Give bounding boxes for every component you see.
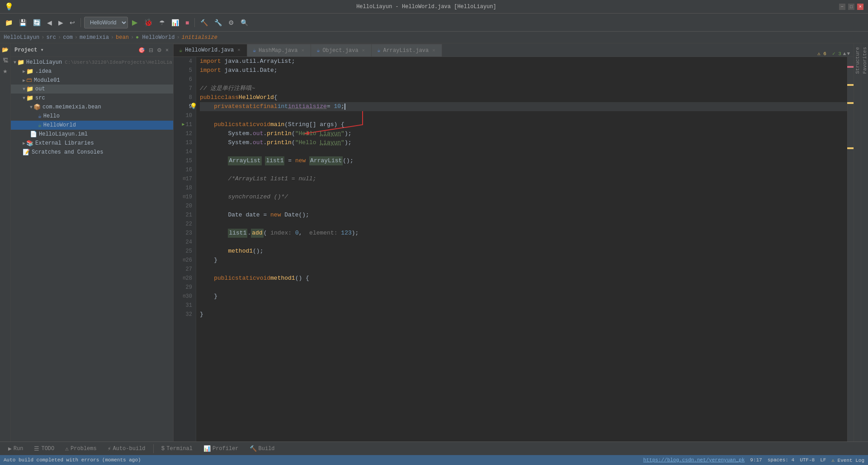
breadcrumb-helloworld[interactable]: ● HelloWorld xyxy=(136,34,175,41)
build-button[interactable]: 🔨 xyxy=(198,18,210,28)
tree-arrow-extlibs: ▶ xyxy=(23,141,25,146)
tab-helloworld[interactable]: ☕ HelloWorld.java × xyxy=(174,44,247,56)
toolbar-save-btn[interactable]: 💾 xyxy=(17,18,29,28)
code-line-30: } xyxy=(200,292,847,301)
tab-close-object[interactable]: × xyxy=(361,48,366,53)
tree-arrow-src: ▼ xyxy=(23,96,25,101)
tree-item-out[interactable]: ▼ 📁 out xyxy=(11,85,173,94)
structure-tool-btn[interactable]: 🏗 xyxy=(1,56,10,65)
project-tree: ▼ 📁 HelloLiayun C:\Users\32120\IdeaProje… xyxy=(11,57,173,442)
sdk-button[interactable]: 🔧 xyxy=(212,18,224,28)
search-button[interactable]: 🔍 xyxy=(238,18,250,28)
sidebar-collapse-btn[interactable]: ⊟ xyxy=(148,46,154,54)
tree-item-src[interactable]: ▼ 📁 src xyxy=(11,94,173,103)
code-editor[interactable]: 4 5 6 7 8 9 10 ▶11 12 13 14 15 16 xyxy=(174,57,854,442)
tab-close-hashmap[interactable]: × xyxy=(301,48,306,53)
sidebar-header: Project ▾ 🎯 ⊟ ⚙ × xyxy=(11,43,173,57)
bottom-tab-problems[interactable]: ⚠ Problems xyxy=(61,443,101,454)
tab-bar: ☕ HelloWorld.java × ☕ HashMap.java × ☕ O… xyxy=(174,43,854,57)
tree-item-iml[interactable]: 📄 HelloLiayun.iml xyxy=(11,130,173,139)
tab-hashmap[interactable]: ☕ HashMap.java × xyxy=(247,44,311,56)
favorites-tool-btn[interactable]: ★ xyxy=(1,67,10,76)
breadcrumb-bean[interactable]: bean xyxy=(116,34,129,41)
tree-item-module01[interactable]: ▶ 🗃 Module01 xyxy=(11,76,173,85)
stop-button[interactable]: ■ xyxy=(183,18,191,28)
ln-11: ▶11 xyxy=(174,120,192,129)
project-sidebar: Project ▾ 🎯 ⊟ ⚙ × ▼ 📁 HelloLiayun C:\Use… xyxy=(11,43,174,442)
tree-item-hello[interactable]: ☕ Hello xyxy=(11,112,173,121)
bottom-tab-profiler[interactable]: 📊 Profiler xyxy=(199,443,243,454)
breadcrumb-com[interactable]: com xyxy=(63,34,73,41)
ln-18: 18 xyxy=(174,183,192,193)
tab-close-helloworld[interactable]: × xyxy=(236,47,241,53)
breadcrumb-project[interactable]: HelloLiayun xyxy=(4,34,39,41)
tree-item-idea[interactable]: ▶ 📁 .idea xyxy=(11,67,173,76)
tab-icon-object: ☕ xyxy=(316,47,320,54)
toolbar-undo-btn[interactable]: ↩ xyxy=(67,18,77,28)
bottom-tab-todo-label: TODO xyxy=(41,446,54,452)
favorites-panel: Favorites xyxy=(861,43,868,442)
tree-item-scratches[interactable]: 📝 Scratches and Consoles xyxy=(11,148,173,157)
breadcrumb-src[interactable]: src xyxy=(46,34,56,41)
favorites-panel-label[interactable]: Favorites xyxy=(861,43,868,77)
structure-panel-label[interactable]: Structure xyxy=(854,43,861,77)
settings-button[interactable]: ⚙ xyxy=(226,18,236,28)
sidebar-options-btn[interactable]: ⚙ xyxy=(156,46,163,54)
toolbar-file-btn[interactable]: 📁 xyxy=(3,18,15,28)
profile-button[interactable]: 📊 xyxy=(169,18,181,28)
ln-4: 4 xyxy=(174,57,192,66)
maximize-button[interactable]: □ xyxy=(848,4,854,10)
tree-item-helloworld[interactable]: ☕ HelloWorld xyxy=(11,121,173,130)
breadcrumb-initialsize[interactable]: initialsize xyxy=(182,34,217,41)
bottom-tab-terminal-label: Terminal xyxy=(166,446,193,452)
breadcrumb-meimeixia[interactable]: meimeixia xyxy=(80,34,109,41)
code-line-9: 💡 private static final int initialsize =… xyxy=(200,102,847,111)
code-line-10 xyxy=(200,111,847,120)
toolbar-back-btn[interactable]: ◀ xyxy=(45,18,54,28)
project-tool-btn[interactable]: 📂 xyxy=(1,45,10,54)
tab-icon-hashmap: ☕ xyxy=(253,47,256,54)
tab-arraylist[interactable]: ☕ ArrayList.java × xyxy=(372,44,442,56)
tab-object[interactable]: ☕ Object.java × xyxy=(311,44,372,56)
tree-item-package[interactable]: ▼ 📦 com.meimeixia.bean xyxy=(11,103,173,112)
package-icon: 📦 xyxy=(33,103,41,111)
status-lineending: LF xyxy=(820,457,826,463)
event-log[interactable]: ⚠ Event Log xyxy=(831,457,864,463)
tab-close-arraylist[interactable]: × xyxy=(431,48,436,53)
bottom-tab-run[interactable]: ▶ Run xyxy=(4,443,28,454)
sidebar-locate-btn[interactable]: 🎯 xyxy=(137,46,146,54)
tab-label-object: Object.java xyxy=(322,47,358,54)
csdn-link[interactable]: https://blog.csdn.net/yerenyuan_pk xyxy=(643,457,745,463)
bottom-panel: ▶ Run ☰ TODO ⚠ Problems ⚡ Auto-build $ T… xyxy=(0,442,868,455)
java-icon-helloworld: ☕ xyxy=(38,122,42,129)
ln-7: 7 xyxy=(174,84,192,93)
code-line-19: synchronized ()*/ xyxy=(200,193,847,202)
code-line-7: // 这是单行注释哦~ xyxy=(200,84,847,93)
tree-item-extlibs[interactable]: ▶ 📚 External Libraries xyxy=(11,139,173,148)
bottom-tab-build[interactable]: 🔨 Build xyxy=(245,443,279,454)
gutter-error-1 xyxy=(847,66,854,68)
bottom-tab-terminal[interactable]: $ Terminal xyxy=(157,443,197,454)
coverage-button[interactable]: ☂ xyxy=(157,18,167,28)
ln-12: 12 xyxy=(174,129,192,138)
run-button[interactable]: ▶ xyxy=(130,17,140,28)
debug-button[interactable]: 🐞 xyxy=(142,17,155,28)
line-numbers: 4 5 6 7 8 9 10 ▶11 12 13 14 15 16 xyxy=(174,57,196,442)
ln-25: 25 xyxy=(174,247,192,256)
bottom-tab-todo[interactable]: ☰ TODO xyxy=(29,443,59,454)
close-button[interactable]: × xyxy=(857,4,863,10)
sidebar-close-btn[interactable]: × xyxy=(165,46,170,54)
tab-icon-arraylist: ☕ xyxy=(377,47,380,54)
minimize-button[interactable]: − xyxy=(839,4,845,10)
java-icon-hello: ☕ xyxy=(38,113,42,120)
bottom-tab-autobuild[interactable]: ⚡ Auto-build xyxy=(103,443,150,454)
extlibs-icon: 📚 xyxy=(26,140,33,147)
breadcrumb: HelloLiayun › src › com › meimeixia › be… xyxy=(0,32,868,43)
ln-20: 20 xyxy=(174,202,192,211)
toolbar-forward-btn[interactable]: ▶ xyxy=(56,18,66,28)
tree-item-root[interactable]: ▼ 📁 HelloLiayun C:\Users\32120\IdeaProje… xyxy=(11,58,173,67)
ln-13: 13 xyxy=(174,138,192,147)
code-line-24 xyxy=(200,238,847,247)
toolbar-refresh-btn[interactable]: 🔄 xyxy=(31,18,43,28)
run-config-dropdown[interactable]: HelloWorld xyxy=(84,17,128,28)
